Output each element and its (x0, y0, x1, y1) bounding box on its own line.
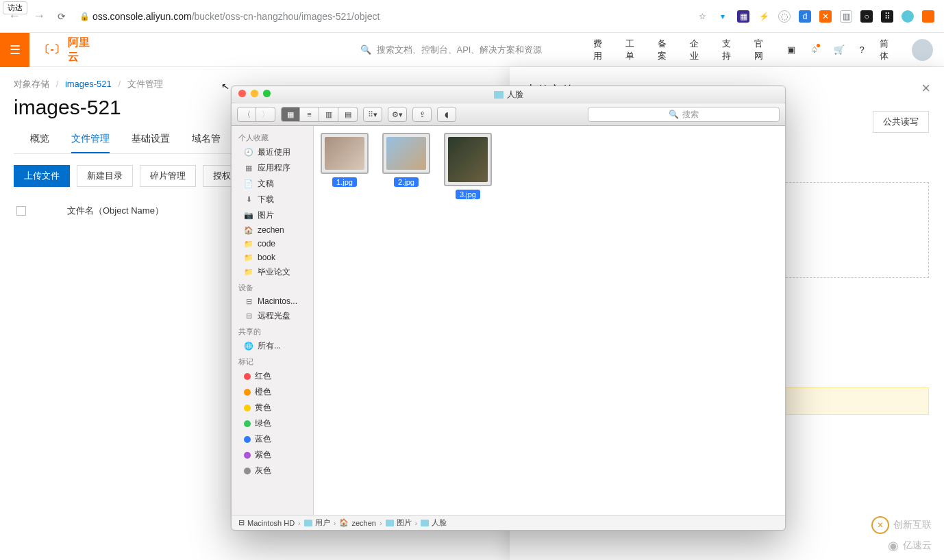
view-columns-button[interactable]: ▥ (319, 107, 338, 122)
folder-icon (494, 91, 504, 99)
bell-icon[interactable]: ♤ (810, 44, 819, 55)
nav-enterprise[interactable]: 企业 (690, 38, 707, 62)
sidebar-item[interactable]: 📁毕业论文 (232, 264, 313, 280)
zoom-traffic-icon[interactable] (263, 90, 271, 97)
ext-icon[interactable]: ○ (860, 10, 873, 23)
sidebar-item[interactable]: 📁book (232, 251, 313, 264)
ext-icon[interactable]: ◌ (778, 10, 791, 23)
finder-search[interactable]: 🔍 搜索 (588, 107, 780, 122)
sidebar-tag-item[interactable]: 橙色 (232, 384, 313, 400)
watermark-text: 创新互联 (893, 519, 932, 531)
sidebar-item-label: book (258, 253, 275, 262)
path-segment[interactable]: ⊟Macintosh HD (238, 518, 295, 527)
nav-fee[interactable]: 费用 (593, 38, 610, 62)
tab-overview[interactable]: 概览 (30, 126, 49, 153)
profile-icon[interactable] (902, 10, 914, 23)
tab-settings[interactable]: 基础设置 (132, 126, 170, 153)
action-gear-button[interactable]: ⚙▾ (388, 107, 407, 122)
ext-icon[interactable]: ⚡ (758, 10, 770, 23)
tab-domain[interactable]: 域名管 (192, 126, 221, 153)
sidebar-item[interactable]: 🌐所有... (232, 338, 313, 354)
share-button[interactable]: ⇪ (412, 107, 432, 122)
sidebar-item-icon: 📁 (244, 268, 253, 277)
close-traffic-icon[interactable] (238, 90, 246, 97)
nav-support[interactable]: 支持 (722, 38, 739, 62)
path-segment[interactable]: 图片 (386, 518, 412, 528)
select-all-checkbox[interactable] (16, 206, 26, 216)
header-search[interactable]: 🔍 搜索文档、控制台、API、解决方案和资源 (360, 44, 593, 56)
cart-icon[interactable]: 🛒 (834, 44, 845, 55)
path-segment[interactable]: 用户 (304, 518, 330, 528)
minimize-traffic-icon[interactable] (251, 90, 258, 97)
ext-icon[interactable]: ▾ (717, 10, 729, 23)
sidebar-item[interactable]: ⬇下载 (232, 192, 313, 207)
menu-button[interactable]: ☰ (0, 33, 29, 67)
disk-icon: ⊟ (244, 311, 253, 321)
file-name-label: 3.jpg (456, 190, 480, 199)
nav-record[interactable]: 备案 (658, 38, 675, 62)
sidebar-tag-item[interactable]: 红色 (232, 368, 313, 384)
finder-content[interactable]: 1.jpg2.jpg3.jpg (314, 126, 785, 515)
sidebar-item[interactable]: 📁code (232, 237, 313, 251)
nav-lang[interactable]: 简体 (880, 38, 897, 62)
url-host: oss.console.aliyun.com (92, 11, 192, 22)
tags-button[interactable]: ◖ (437, 107, 456, 122)
sidebar-item[interactable]: ▦应用程序 (232, 160, 313, 176)
finder-title: 人脸 (507, 89, 523, 101)
sidebar-item-label: 应用程序 (258, 162, 290, 174)
ext-icon[interactable] (922, 10, 934, 23)
sidebar-tag-item[interactable]: 蓝色 (232, 431, 313, 447)
sidebar-tag-item[interactable]: 绿色 (232, 416, 313, 431)
close-icon[interactable]: × (921, 79, 930, 97)
sidebar-item-label: code (258, 239, 275, 249)
view-icons-button[interactable]: ▦ (281, 107, 300, 122)
nav-forward-button[interactable]: 〉 (256, 107, 275, 122)
nav-ticket[interactable]: 工单 (625, 38, 643, 62)
reload-icon[interactable]: ⟳ (58, 11, 66, 22)
finder-titlebar[interactable]: 人脸 (232, 86, 785, 103)
path-segment[interactable]: 人脸 (421, 518, 447, 528)
sidebar-item[interactable]: 📄文稿 (232, 176, 313, 192)
sidebar-tag-item[interactable]: 黄色 (232, 400, 313, 416)
sidebar-item[interactable]: ⊟远程光盘 (232, 308, 313, 324)
sidebar-tag-item[interactable]: 紫色 (232, 447, 313, 463)
url-bar[interactable]: 🔒 oss.console.aliyun.com/bucket/oss-cn-h… (74, 0, 686, 32)
file-item[interactable]: 3.jpg (444, 133, 492, 199)
file-item[interactable]: 2.jpg (382, 133, 430, 187)
view-list-button[interactable]: ≡ (300, 107, 319, 122)
sidebar-item-label: 毕业论文 (258, 266, 290, 278)
logo-mark-icon: 〔-〕 (39, 42, 64, 57)
logo-text: 阿里云 (68, 36, 100, 64)
tab-files[interactable]: 文件管理 (71, 126, 110, 153)
bookmark-star-icon[interactable]: ☆ (696, 10, 708, 23)
help-icon[interactable]: ? (860, 44, 865, 55)
ext-icon[interactable]: d (799, 10, 811, 23)
view-gallery-button[interactable]: ▤ (338, 107, 358, 122)
path-segment[interactable]: 🏠zechen (339, 518, 375, 527)
mkdir-button[interactable]: 新建目录 (77, 165, 133, 187)
sidebar-item-icon: 🏠 (244, 225, 253, 235)
frag-button[interactable]: 碎片管理 (140, 165, 196, 187)
forward-icon[interactable]: → (33, 9, 45, 23)
terminal-icon[interactable]: ▣ (787, 44, 795, 55)
ext-icon[interactable]: ⠿ (881, 10, 893, 23)
sidebar-item[interactable]: 🕘最近使用 (232, 144, 313, 160)
avatar[interactable] (912, 39, 933, 61)
sidebar-item[interactable]: ⊟Macintos... (232, 294, 313, 308)
acl-button[interactable]: 公共读写 (873, 111, 929, 133)
upload-button[interactable]: 上传文件 (14, 165, 70, 187)
sidebar-item[interactable]: 🏠zechen (232, 223, 313, 237)
aliyun-logo[interactable]: 〔-〕 阿里云 (39, 36, 99, 64)
ext-icon[interactable]: ✕ (819, 10, 832, 23)
nav-back-button[interactable]: 〈 (237, 107, 256, 122)
file-item[interactable]: 1.jpg (321, 133, 369, 187)
sidebar-item-icon: 🕘 (244, 148, 253, 157)
nav-official[interactable]: 官网 (754, 38, 771, 62)
arrange-button[interactable]: ⠿▾ (363, 107, 382, 122)
ext-icon[interactable]: ▦ (737, 10, 749, 23)
crumb-root[interactable]: 对象存储 (14, 79, 49, 89)
sidebar-item[interactable]: 📷图片 (232, 207, 313, 223)
sidebar-tag-item[interactable]: 灰色 (232, 463, 313, 479)
ext-icon[interactable]: ▥ (840, 10, 852, 23)
crumb-bucket[interactable]: images-521 (65, 79, 112, 89)
